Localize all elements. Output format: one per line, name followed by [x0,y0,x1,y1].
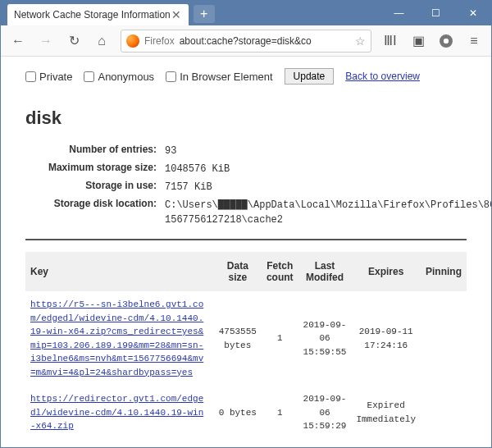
data-size-cell: 0 bytes [214,386,262,440]
expires-cell: 2019-09 [351,440,421,448]
menu-button[interactable]: ≡ [462,29,486,53]
table-row: https://redirector.gvt1.com/edgedl/widev… [25,386,467,440]
url-text: about:cache?storage=disk&co [180,35,312,47]
pinning-cell [421,440,467,448]
location-label: Storage disk location: [25,198,165,209]
divider [25,239,467,240]
window-controls: — ☐ ✕ [380,1,491,25]
bookmark-star-icon[interactable]: ☆ [355,34,366,48]
close-window-button[interactable]: ✕ [454,1,491,25]
storage-meta: Number of entries:93 Maximum storage siz… [25,144,467,227]
cache-table: Key Data size Fetch count Last Modifed E… [25,252,467,447]
entries-label: Number of entries: [25,144,165,155]
page-content: Private Anonymous In Browser Element Upd… [1,57,491,447]
nav-toolbar: ← → ↻ ⌂ Firefox about:cache?storage=disk… [1,25,491,57]
modified-cell: 2019-09-06 15:59:55 [298,291,352,386]
expires-cell: Expired Immediately [351,386,421,440]
storage-heading: disk [25,107,467,129]
fetch-count-cell [262,440,298,448]
pinning-cell [421,386,467,440]
cache-key-link[interactable]: https://redirector.gvt1.com/edgedl/widev… [30,392,207,433]
pinning-cell [421,291,467,386]
extension-icon[interactable] [434,29,458,53]
fetch-count-cell: 1 [262,386,298,440]
col-fetch-count: Fetch count [262,252,298,291]
minimize-button[interactable]: — [380,1,417,25]
modified-cell: 2019-09-07 [298,440,352,448]
col-expires: Expires [351,252,421,291]
modified-cell: 2019-09-06 15:59:29 [298,386,352,440]
firefox-icon [126,34,139,48]
col-last-modified: Last Modifed [298,252,352,291]
back-button[interactable]: ← [6,29,30,53]
table-row: http://ciscobinary.openh264.org/openh264… [25,440,467,448]
data-size-cell: 453023 [214,440,262,448]
library-icon[interactable]: ⅢⅠ [378,29,403,53]
firefox-label: Firefox [144,35,175,47]
location-value: C:\Users\█████\AppData\Local\Mozilla\Fir… [165,198,411,227]
home-button[interactable]: ⌂ [89,29,114,53]
anonymous-checkbox[interactable]: Anonymous [84,71,154,83]
table-row: https://r5---sn-i3belne6.gvt1.com/edgedl… [25,291,467,386]
forward-button[interactable]: → [34,29,58,53]
tab-title: Network Cache Storage Information [14,9,171,21]
maximize-button[interactable]: ☐ [417,1,454,25]
col-data-size: Data size [214,252,262,291]
in-use-value: 7157 KiB [165,180,212,194]
entries-value: 93 [165,144,176,158]
private-checkbox[interactable]: Private [25,71,72,83]
max-size-label: Maximum storage size: [25,162,165,173]
close-tab-icon[interactable]: ✕ [171,9,182,21]
filter-controls: Private Anonymous In Browser Element Upd… [25,68,467,85]
address-bar[interactable]: Firefox about:cache?storage=disk&co ☆ [121,30,371,53]
title-bar: Network Cache Storage Information ✕ + — … [1,1,491,25]
in-use-label: Storage in use: [25,180,165,191]
max-size-value: 1048576 KiB [165,162,230,176]
expires-cell: 2019-09-11 17:24:16 [351,291,421,386]
col-pinning: Pinning [421,252,467,291]
update-button[interactable]: Update [285,68,335,85]
back-to-overview-link[interactable]: Back to overview [345,71,420,82]
reload-button[interactable]: ↻ [61,29,86,53]
in-browser-checkbox[interactable]: In Browser Element [166,71,272,83]
cache-key-link[interactable]: http://ciscobinary.openh264.org/openh264 [30,446,207,448]
new-tab-button[interactable]: + [194,5,215,23]
browser-tab[interactable]: Network Cache Storage Information ✕ [7,4,189,25]
col-key: Key [25,252,214,291]
fetch-count-cell: 1 [262,291,298,386]
cache-key-link[interactable]: https://r5---sn-i3belne6.gvt1.com/edgedl… [30,298,207,379]
data-size-cell: 4753555 bytes [214,291,262,386]
sidebar-icon[interactable]: ▣ [406,29,430,53]
